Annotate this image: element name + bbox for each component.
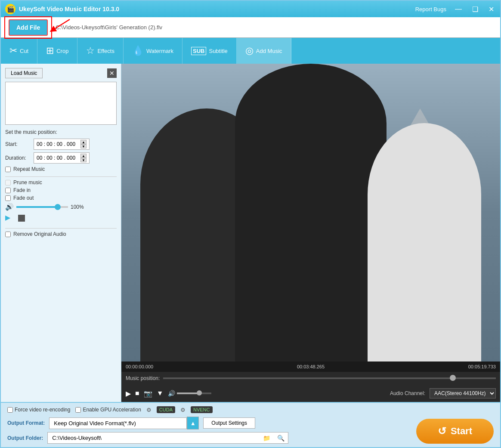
duration-up[interactable]: ▲: [80, 154, 87, 158]
audio-icon: 🔊: [168, 390, 175, 397]
toolbar-effects-label: Effects: [97, 48, 114, 54]
toolbar-subtitle[interactable]: SUB Subtitle: [182, 38, 237, 64]
timeline-bar: 00:00:00.000 00:03:48.265 00:05:19.733: [121, 361, 500, 372]
add-file-button[interactable]: Add File: [9, 19, 48, 36]
music-position-bar: Music position:: [121, 372, 500, 385]
output-format-dropdown-button[interactable]: ▲: [187, 417, 199, 429]
repeat-music-row[interactable]: Repeat Music: [5, 166, 117, 172]
toolbar-crop-label: Crop: [56, 48, 68, 54]
duration-time-input[interactable]: 00 : 00 : 00 . 000 ▲ ▼: [34, 152, 90, 164]
volume-slider[interactable]: [16, 206, 68, 208]
close-panel-button[interactable]: ✕: [107, 68, 117, 78]
add-file-bar: Add File C:\Videos-Ukeysoft\Girls' Gener…: [1, 17, 500, 38]
stop-button[interactable]: ■: [135, 389, 139, 397]
duration-label: Duration:: [5, 155, 31, 161]
crop-icon: ⊞: [46, 45, 54, 56]
watermark-icon: 💧: [132, 45, 144, 56]
toolbar: ✂ Cut ⊞ Crop ☆ Effects 💧 Watermark SUB S…: [1, 38, 500, 64]
fade-out-checkbox[interactable]: [5, 195, 11, 201]
music-position-slider[interactable]: [163, 377, 496, 379]
report-bugs-link[interactable]: Report Bugs: [415, 6, 446, 12]
load-music-button[interactable]: Load Music: [5, 68, 43, 78]
volume-slider-thumb: [55, 204, 61, 210]
output-format-select-wrap: Keep Original Video Format(*.flv) ▲: [49, 417, 199, 429]
enable-gpu-checkbox[interactable]: [75, 407, 81, 413]
music-position-label: Music position:: [126, 375, 160, 381]
output-settings-button[interactable]: Output Settings: [203, 417, 255, 429]
enable-gpu-option[interactable]: Enable GPU Acceleration: [75, 407, 141, 413]
audio-volume-slider[interactable]: [177, 392, 211, 394]
repeat-music-checkbox[interactable]: [5, 167, 11, 172]
duration-down[interactable]: ▼: [80, 158, 87, 162]
toolbar-cut[interactable]: ✂ Cut: [1, 38, 37, 64]
music-play-button[interactable]: ▶: [5, 213, 15, 223]
figure-center: [235, 64, 387, 361]
enable-gpu-label: Enable GPU Acceleration: [83, 407, 141, 413]
subtitle-icon: SUB: [191, 47, 206, 55]
screenshot-dropdown[interactable]: ▼: [157, 389, 164, 397]
toolbar-effects[interactable]: ☆ Effects: [77, 38, 124, 64]
remove-original-audio-checkbox[interactable]: [5, 232, 11, 237]
video-scene: [121, 64, 500, 361]
audio-channel-select[interactable]: AAC(Stereo 44100Hz) MP3(Stereo 44100Hz) …: [430, 388, 496, 399]
separator-2: [5, 228, 117, 229]
bottom-bar: Force video re-encoding Enable GPU Accel…: [1, 402, 500, 447]
toolbar-addmusic[interactable]: ◎ Add Music: [237, 38, 291, 64]
red-arrow-indicator: [48, 17, 74, 34]
nvenc-badge: NVENC: [191, 406, 213, 413]
set-position-label: Set the music position:: [5, 129, 117, 135]
folder-browse-button[interactable]: 📁: [260, 433, 274, 443]
music-stop-button[interactable]: [18, 215, 25, 222]
app-icon: 🎬: [5, 4, 15, 14]
video-area: 00:00:00.000 00:03:48.265 00:05:19.733 M…: [121, 64, 500, 402]
time-mid: 00:03:48.265: [297, 364, 325, 369]
maximize-button[interactable]: ❑: [470, 5, 480, 13]
app-window: 🎬 UkeySoft Video Music Editor 10.3.0 Rep…: [0, 0, 501, 448]
toolbar-watermark[interactable]: 💧 Watermark: [124, 38, 182, 64]
time-start: 00:00:00.000: [126, 364, 153, 369]
toolbar-crop[interactable]: ⊞ Crop: [37, 38, 77, 64]
svg-line-0: [53, 19, 70, 30]
duration-spinners: ▲ ▼: [80, 154, 87, 162]
start-time-input[interactable]: 00 : 00 : 00 . 000 ▲ ▼: [34, 139, 90, 150]
prune-music-row[interactable]: Prune music: [5, 179, 117, 185]
start-button[interactable]: ↺ Start: [416, 419, 494, 444]
music-list-area: [5, 82, 117, 125]
fade-in-row[interactable]: Fade in: [5, 187, 117, 193]
separator-1: [5, 176, 117, 177]
output-folder-row: Output Folder: C:\Videos-Ukeysoft\ 📁 🔍: [7, 432, 412, 444]
time-end: 00:05:19.733: [468, 364, 496, 369]
minimize-button[interactable]: —: [453, 5, 464, 13]
prune-music-label: Prune music: [13, 179, 42, 185]
start-button-icon: ↺: [438, 425, 446, 437]
app-title: UkeySoft Video Music Editor 10.3.0: [19, 6, 119, 12]
controls-bar: ▶ ■ 📷 ▼ 🔊 Audio Channel: AAC(Stereo 4410…: [121, 385, 500, 402]
title-bar-right: Report Bugs — ❑ ✕: [415, 5, 496, 13]
volume-row: 🔊 100%: [5, 203, 117, 211]
start-time-row: Start: 00 : 00 : 00 . 000 ▲ ▼: [5, 139, 117, 150]
nvenc-logo: ⚙: [180, 407, 186, 413]
effects-icon: ☆: [86, 45, 95, 56]
screenshot-button[interactable]: 📷: [144, 389, 152, 398]
fade-out-row[interactable]: Fade out: [5, 195, 117, 201]
prune-music-checkbox[interactable]: [5, 180, 11, 185]
play-button[interactable]: ▶: [126, 389, 131, 398]
title-bar-left: 🎬 UkeySoft Video Music Editor 10.3.0: [5, 4, 119, 14]
force-reencode-label: Force video re-encoding: [15, 407, 70, 413]
force-reencode-option[interactable]: Force video re-encoding: [7, 407, 70, 413]
folder-search-button[interactable]: 🔍: [274, 433, 288, 443]
cuda-badge: CUDA: [157, 406, 175, 413]
toolbar-watermark-label: Watermark: [146, 48, 173, 54]
output-folder-input[interactable]: C:\Videos-Ukeysoft\: [48, 433, 260, 443]
add-file-btn-wrap: Add File: [4, 16, 52, 39]
volume-pct-label: 100%: [71, 204, 84, 210]
start-time-down[interactable]: ▼: [80, 144, 87, 148]
remove-audio-row[interactable]: Remove Original Audio: [5, 231, 117, 237]
output-format-input[interactable]: Keep Original Video Format(*.flv): [49, 417, 187, 429]
start-time-up[interactable]: ▲: [80, 140, 87, 144]
fade-in-checkbox[interactable]: [5, 188, 11, 193]
figure-right: [368, 123, 481, 361]
force-reencode-checkbox[interactable]: [7, 407, 13, 413]
close-button[interactable]: ✕: [487, 5, 496, 13]
audio-volume-row: 🔊: [168, 390, 211, 397]
